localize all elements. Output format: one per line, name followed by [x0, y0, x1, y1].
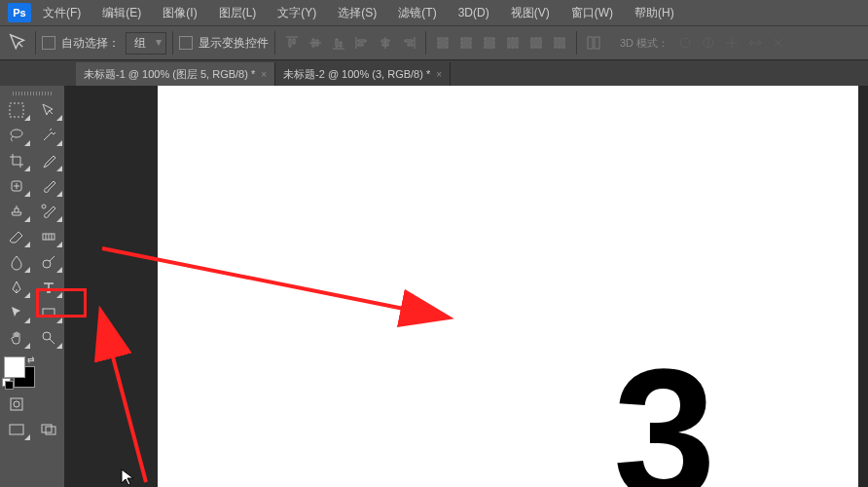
divider — [425, 31, 426, 55]
brush-tool[interactable] — [32, 173, 64, 199]
quick-mask-tool[interactable] — [0, 392, 32, 417]
svg-rect-22 — [10, 103, 23, 117]
healing-brush-tool[interactable] — [0, 173, 32, 199]
menu-window[interactable]: 窗口(W) — [561, 1, 623, 25]
svg-point-27 — [43, 260, 51, 268]
options-bar: 自动选择： 组 显示变换控件 3D 模式： — [0, 25, 868, 60]
auto-align-icon[interactable] — [583, 32, 604, 54]
default-colors-icon[interactable] — [2, 378, 12, 388]
3d-orbit-icon[interactable] — [674, 32, 696, 54]
svg-point-20 — [680, 38, 690, 48]
3d-mode-icons — [674, 32, 789, 54]
menu-image[interactable]: 图像(I) — [153, 1, 206, 25]
history-brush-tool[interactable] — [32, 199, 64, 224]
document-tabs: 未标题-1 @ 100% (图层 5, RGB/8) * × 未标题-2 @ 1… — [0, 60, 868, 86]
svg-rect-1 — [438, 42, 448, 44]
rectangle-tool[interactable] — [32, 300, 64, 325]
type-tool[interactable] — [32, 275, 64, 300]
distribute-group — [432, 32, 570, 54]
svg-rect-9 — [508, 38, 510, 48]
screen-mode-tool[interactable] — [0, 417, 32, 442]
tab-title: 未标题-2 @ 100% (3, RGB/8) * — [283, 67, 430, 82]
distribute-hcenter-icon[interactable] — [525, 32, 547, 54]
canvas-text-layer[interactable]: 3 — [613, 341, 716, 487]
marquee-tool[interactable] — [0, 97, 32, 123]
lasso-tool[interactable] — [0, 123, 32, 148]
svg-point-25 — [42, 205, 46, 208]
svg-rect-16 — [559, 38, 561, 48]
blur-tool[interactable] — [0, 249, 32, 275]
auto-select-dropdown[interactable]: 组 — [126, 32, 166, 55]
close-icon[interactable]: × — [436, 69, 442, 80]
3d-roll-icon[interactable] — [698, 32, 719, 54]
svg-rect-34 — [46, 427, 55, 434]
screen-mode-2-tool[interactable] — [32, 417, 64, 442]
svg-rect-0 — [438, 38, 448, 40]
menu-select[interactable]: 选择(S) — [328, 1, 386, 25]
clone-stamp-tool[interactable] — [0, 199, 32, 224]
distribute-right-icon[interactable] — [549, 32, 570, 54]
foreground-color[interactable] — [4, 356, 25, 378]
svg-point-31 — [14, 401, 19, 407]
svg-rect-2 — [438, 46, 448, 48]
document-canvas[interactable]: 3 — [158, 86, 858, 487]
auto-select-checkbox[interactable] — [42, 36, 55, 50]
tab-title: 未标题-1 @ 100% (图层 5, RGB/8) * — [84, 67, 255, 82]
3d-zoom-icon[interactable] — [768, 32, 789, 54]
color-swatches[interactable]: ⇄ — [4, 356, 33, 386]
menu-type[interactable]: 文字(Y) — [268, 1, 326, 25]
eyedropper-tool[interactable] — [32, 148, 64, 173]
svg-rect-19 — [595, 37, 599, 49]
distribute-bottom-icon[interactable] — [479, 32, 500, 54]
menu-layer[interactable]: 图层(L) — [209, 1, 267, 25]
app-logo: Ps — [8, 3, 31, 22]
distribute-left-icon[interactable] — [502, 32, 524, 54]
hand-tool[interactable] — [0, 325, 32, 351]
svg-rect-14 — [539, 38, 541, 48]
align-group-1 — [281, 32, 419, 54]
menu-help[interactable]: 帮助(H) — [625, 1, 684, 25]
menu-file[interactable]: 文件(F) — [33, 1, 90, 25]
menu-view[interactable]: 视图(V) — [501, 1, 560, 25]
show-transform-checkbox[interactable] — [179, 36, 193, 50]
magic-wand-tool[interactable] — [32, 123, 64, 148]
show-transform-label: 显示变换控件 — [199, 35, 269, 52]
svg-rect-28 — [43, 309, 54, 317]
panel-grabber[interactable] — [0, 90, 64, 97]
tab-doc2[interactable]: 未标题-2 @ 100% (3, RGB/8) * × — [275, 62, 451, 86]
eraser-tool[interactable] — [0, 224, 32, 249]
menu-filter[interactable]: 滤镜(T) — [388, 1, 446, 25]
svg-rect-8 — [485, 46, 494, 48]
menu-3d[interactable]: 3D(D) — [449, 2, 499, 23]
zoom-tool[interactable] — [32, 325, 64, 351]
svg-rect-7 — [485, 42, 494, 44]
pen-tool[interactable] — [0, 275, 32, 300]
svg-rect-3 — [461, 38, 471, 40]
distribute-top-icon[interactable] — [432, 32, 453, 54]
3d-pan-icon[interactable] — [721, 32, 742, 54]
align-left-icon[interactable] — [351, 32, 373, 54]
auto-select-label: 自动选择： — [61, 35, 120, 52]
svg-rect-10 — [512, 38, 514, 48]
svg-rect-17 — [562, 38, 564, 48]
svg-point-29 — [43, 332, 51, 340]
gradient-tool[interactable] — [32, 224, 64, 249]
menu-bar: Ps 文件(F) 编辑(E) 图像(I) 图层(L) 文字(Y) 选择(S) 滤… — [0, 0, 868, 25]
divider — [35, 31, 36, 55]
align-vcenter-icon[interactable] — [305, 32, 326, 54]
path-selection-tool[interactable] — [0, 300, 32, 325]
align-hcenter-icon[interactable] — [375, 32, 396, 54]
tab-doc1[interactable]: 未标题-1 @ 100% (图层 5, RGB/8) * × — [76, 62, 275, 86]
align-top-icon[interactable] — [281, 32, 303, 54]
move-tool[interactable] — [32, 97, 64, 123]
align-right-icon[interactable] — [398, 32, 419, 54]
3d-slide-icon[interactable] — [744, 32, 766, 54]
menu-edit[interactable]: 编辑(E) — [92, 1, 151, 25]
distribute-vcenter-icon[interactable] — [455, 32, 477, 54]
crop-tool[interactable] — [0, 148, 32, 173]
align-bottom-icon[interactable] — [328, 32, 349, 54]
close-icon[interactable]: × — [261, 69, 267, 80]
swap-colors-icon[interactable]: ⇄ — [27, 355, 35, 364]
svg-rect-6 — [485, 38, 494, 40]
dodge-tool[interactable] — [32, 249, 64, 275]
